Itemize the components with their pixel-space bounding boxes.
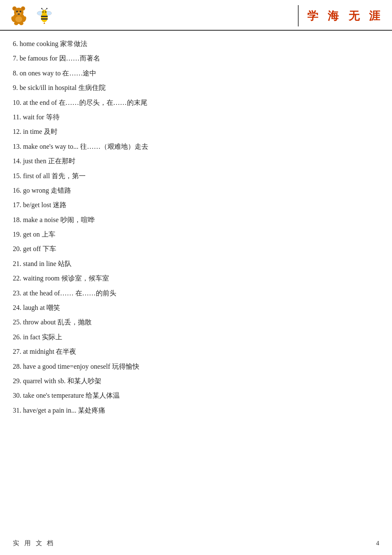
list-item: 25. throw about 乱丢，抛散 bbox=[13, 316, 379, 329]
footer-page: 4 bbox=[376, 540, 380, 547]
phrase-chinese: 在半夜 bbox=[56, 348, 76, 355]
header-divider bbox=[298, 5, 299, 26]
list-item: 26. in fact 实际上 bbox=[13, 331, 379, 344]
svg-point-20 bbox=[42, 10, 47, 15]
list-item: 8. on ones way to 在……途中 bbox=[13, 67, 379, 80]
svg-marker-27 bbox=[43, 22, 45, 24]
phrase-english: home cooking bbox=[20, 40, 60, 47]
bear-mascot-icon bbox=[9, 6, 29, 26]
phrase-english: quarrel with sb. bbox=[23, 377, 67, 384]
svg-point-24 bbox=[41, 8, 43, 9]
list-item: 29. quarrel with sb. 和某人吵架 bbox=[13, 375, 379, 387]
phrase-english: laugh at bbox=[23, 304, 46, 311]
phrase-chinese: 往……（艰难地）走去 bbox=[80, 143, 148, 150]
svg-point-13 bbox=[14, 22, 18, 25]
phrase-number: 6. bbox=[13, 40, 20, 47]
footer: 实 用 文 档 4 bbox=[0, 539, 392, 547]
phrase-chinese: 上车 bbox=[42, 231, 55, 238]
phrase-chinese: 等待 bbox=[46, 113, 60, 121]
list-item: 20. get off 下车 bbox=[13, 243, 379, 255]
phrase-number: 26. bbox=[13, 333, 23, 341]
phrase-number: 18. bbox=[13, 216, 23, 223]
phrase-chinese: 家常做法 bbox=[60, 40, 87, 47]
phrase-english: be sick/ill in hospital bbox=[20, 84, 78, 91]
phrase-chinese: 给某人体温 bbox=[86, 392, 120, 399]
phrase-english: in fact bbox=[23, 333, 42, 341]
page: 学 海 无 涯 6. home cooking 家常做法7. be famous… bbox=[0, 0, 392, 555]
phrase-number: 24. bbox=[13, 304, 23, 311]
phrase-number: 12. bbox=[13, 128, 23, 135]
content-area: 6. home cooking 家常做法7. be famous for 因……… bbox=[0, 31, 392, 436]
phrase-chinese: 因……而著名 bbox=[59, 55, 100, 62]
list-item: 30. take one's temperature 给某人体温 bbox=[13, 389, 379, 402]
phrase-number: 25. bbox=[13, 318, 23, 326]
list-item: 24. laugh at 嘲笑 bbox=[13, 301, 379, 314]
phrase-chinese: 乱丢，抛散 bbox=[58, 318, 92, 326]
phrase-english: go wrong bbox=[23, 187, 51, 194]
list-item: 14. just then 正在那时 bbox=[13, 155, 379, 168]
header-left bbox=[9, 6, 289, 26]
svg-point-9 bbox=[17, 14, 20, 15]
svg-point-12 bbox=[15, 16, 22, 22]
list-item: 13. make one's way to... 往……（艰难地）走去 bbox=[13, 140, 379, 153]
phrase-number: 16. bbox=[13, 187, 23, 194]
phrase-english: in time bbox=[23, 128, 44, 135]
list-item: 23. at the head of…… 在……的前头 bbox=[13, 287, 379, 300]
svg-rect-18 bbox=[41, 16, 48, 17]
list-item: 28. have a good time=enjoy oneself 玩得愉快 bbox=[13, 360, 379, 373]
svg-point-14 bbox=[19, 22, 23, 25]
phrase-number: 30. bbox=[13, 392, 23, 399]
phrase-chinese: 在……途中 bbox=[62, 69, 96, 77]
brand-title: 学 海 无 涯 bbox=[307, 9, 384, 23]
phrase-english: be famous for bbox=[20, 55, 59, 62]
svg-point-21 bbox=[43, 12, 44, 13]
phrase-english: make one's way to... bbox=[23, 143, 80, 150]
phrase-number: 14. bbox=[13, 157, 23, 165]
phrase-english: at the head of…… bbox=[23, 289, 75, 297]
header: 学 海 无 涯 bbox=[0, 0, 392, 31]
phrase-english: first of all bbox=[23, 172, 52, 179]
phrase-english: just then bbox=[23, 157, 48, 165]
svg-point-26 bbox=[46, 8, 48, 9]
phrase-english: get off bbox=[23, 245, 43, 252]
phrase-chinese: 某处疼痛 bbox=[78, 407, 105, 414]
phrase-number: 17. bbox=[13, 201, 23, 208]
list-item: 17. be/get lost 迷路 bbox=[13, 199, 379, 211]
phrase-number: 20. bbox=[13, 245, 23, 252]
list-item: 6. home cooking 家常做法 bbox=[13, 38, 379, 50]
phrase-number: 11. bbox=[13, 113, 23, 121]
phrase-english: make a noise bbox=[23, 216, 61, 223]
phrase-chinese: 嘲笑 bbox=[46, 304, 60, 311]
phrase-number: 13. bbox=[13, 143, 23, 150]
phrase-english: throw about bbox=[23, 318, 58, 326]
list-item: 31. have/get a pain in... 某处疼痛 bbox=[13, 404, 379, 417]
phrase-english: stand in line bbox=[23, 260, 58, 267]
phrase-english: have/get a pain in... bbox=[23, 407, 78, 414]
phrase-chinese: 生病住院 bbox=[78, 84, 106, 91]
phrase-english: at midnight bbox=[23, 348, 56, 355]
svg-point-5 bbox=[22, 7, 24, 10]
list-item: 22. waiting room 候诊室，候车室 bbox=[13, 272, 379, 285]
phrase-english: have a good time=enjoy oneself bbox=[23, 363, 112, 370]
phrase-chinese: 首先，第一 bbox=[52, 172, 86, 179]
list-item: 27. at midnight 在半夜 bbox=[13, 345, 379, 358]
phrase-english: be/get lost bbox=[23, 201, 53, 208]
phrase-english: get on bbox=[23, 231, 42, 238]
phrase-english: wait for bbox=[23, 113, 46, 121]
svg-point-7 bbox=[16, 11, 18, 12]
phrase-chinese: 实际上 bbox=[42, 333, 62, 341]
list-item: 9. be sick/ill in hospital 生病住院 bbox=[13, 81, 379, 94]
list-item: 21. stand in line 站队 bbox=[13, 257, 379, 270]
list-item: 12. in time 及时 bbox=[13, 125, 379, 138]
phrase-number: 31. bbox=[13, 407, 23, 414]
phrase-number: 15. bbox=[13, 172, 23, 179]
bee-mascot-icon bbox=[36, 7, 53, 24]
svg-rect-19 bbox=[41, 18, 48, 20]
phrase-number: 8. bbox=[13, 69, 20, 77]
phrase-chinese: 站队 bbox=[58, 260, 72, 267]
phrase-number: 21. bbox=[13, 260, 23, 267]
list-item: 19. get on 上车 bbox=[13, 228, 379, 241]
phrase-chinese: 及时 bbox=[44, 128, 58, 135]
phrase-chinese: 和某人吵架 bbox=[67, 377, 101, 384]
phrase-english: waiting room bbox=[23, 275, 61, 282]
